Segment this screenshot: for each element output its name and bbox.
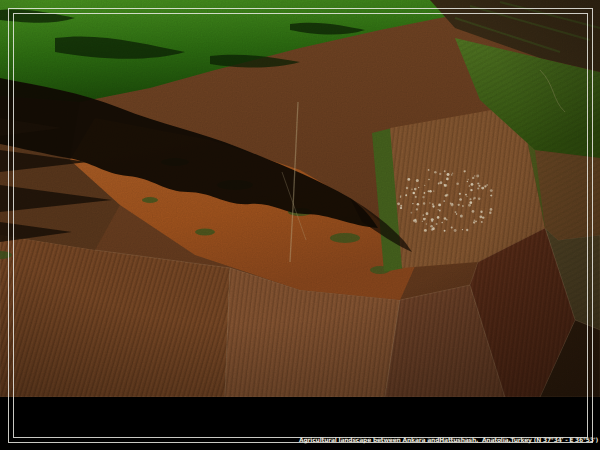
aerial-photo	[0, 0, 600, 397]
wallpaper: Agricultural landscape between Ankara an…	[0, 0, 600, 450]
caption: Agricultural landscape between Ankara an…	[299, 398, 598, 450]
film-grain	[0, 0, 600, 397]
caption-title: Agricultural landscape between Ankara an…	[299, 436, 598, 444]
